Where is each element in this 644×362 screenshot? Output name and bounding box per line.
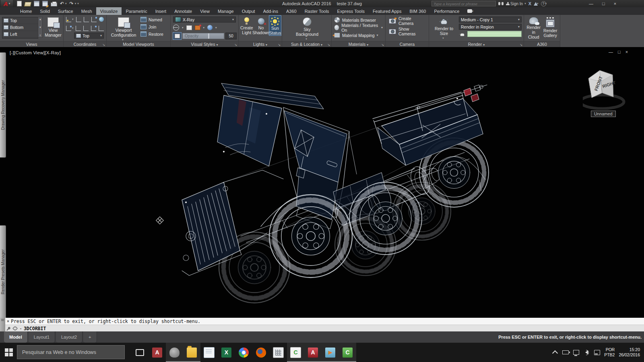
render-presets-manager-tab[interactable]: Render Presets Manager	[0, 225, 6, 318]
camera-command[interactable]: Create Camera	[386, 16, 429, 25]
ribbon-tab[interactable]: Mesh	[77, 7, 96, 15]
volume-icon[interactable]	[583, 349, 590, 356]
excel-icon[interactable]: X	[218, 343, 235, 362]
sky-background-button[interactable]: Sky Background ▾	[292, 16, 322, 41]
viewport-restore-icon[interactable]: □	[618, 49, 621, 54]
ucs-3point-icon[interactable]	[99, 26, 104, 31]
opacity-toggle-button[interactable]	[173, 33, 181, 39]
layout-tab[interactable]: Layout1	[29, 331, 55, 343]
panel-materials-label[interactable]: Materials	[349, 42, 366, 47]
panel-a360-label[interactable]: A360	[537, 42, 547, 47]
lights-button[interactable]: Sun Status	[269, 16, 281, 35]
ribbon-tab[interactable]: Home	[16, 7, 36, 15]
ribbon-tab[interactable]: Surface	[54, 7, 77, 15]
autocad-icon[interactable]: A	[304, 343, 322, 362]
panel-views-label[interactable]: Views	[26, 42, 37, 47]
hidden-icons-chevron-icon[interactable]	[552, 349, 558, 356]
opacity-slider-thumb[interactable]	[208, 33, 209, 39]
lights-button[interactable]: No Shadows	[255, 16, 268, 35]
panel-lights-label[interactable]: Lights	[253, 42, 264, 47]
edge-effects-icon[interactable]	[195, 25, 200, 30]
chrome-icon[interactable]	[235, 343, 252, 362]
gimp-icon[interactable]	[166, 343, 183, 362]
viewcube[interactable]: FRONT RIGHT	[583, 62, 628, 110]
notifications-icon[interactable]	[594, 349, 600, 356]
camtasia-icon[interactable]: C	[287, 343, 304, 362]
materials-dialog-launcher-icon[interactable]	[381, 43, 384, 47]
ucs-origin-icon[interactable]	[99, 17, 104, 22]
ribbon-tab[interactable]: Featured Apps	[369, 7, 406, 15]
lights-button[interactable]: Create Light	[240, 16, 253, 35]
panel-coordinates-label[interactable]: Coordinates	[74, 42, 97, 47]
start-button-icon[interactable]	[5, 348, 13, 356]
help-button[interactable]: ?▾	[541, 1, 547, 6]
edge-style-icon[interactable]	[186, 25, 192, 30]
viewport-label[interactable]: [-][Custom View][X-Ray]	[10, 50, 61, 55]
ribbon-tab[interactable]: Output	[238, 7, 259, 15]
truck-wireframe-model[interactable]	[0, 47, 644, 318]
materials-command[interactable]: Material Mapping ▾	[332, 31, 385, 39]
visual-style-dropdown[interactable]: X-Ray ▾	[173, 16, 236, 23]
list-expand-icon[interactable]: ≡	[39, 34, 41, 37]
battery-icon[interactable]	[562, 349, 569, 356]
ucs-rotate-icon[interactable]	[76, 26, 81, 31]
render-dialog-launcher-icon[interactable]	[520, 43, 522, 47]
notepad-icon[interactable]	[200, 343, 218, 362]
a360-button[interactable]: Render Gallery	[543, 16, 558, 39]
panel-sun-location-label[interactable]: Sun & Location	[291, 42, 320, 47]
drawing-area[interactable]: [-][Custom View][X-Ray] — □ × Drawing Re…	[0, 47, 644, 318]
app-store-icon[interactable]: ▾	[534, 2, 539, 6]
undo-dropdown-icon[interactable]: ▾	[65, 2, 67, 5]
close-button[interactable]: ×	[614, 1, 616, 6]
ribbon-tab[interactable]: Solid	[36, 7, 54, 15]
model-viewport-command[interactable]: Restore	[140, 31, 163, 37]
layout-tab[interactable]: Model	[4, 331, 28, 343]
camera-command[interactable]: Show Cameras	[386, 27, 429, 36]
redo-icon[interactable]: ↷	[70, 1, 74, 6]
ribbon-tab[interactable]: A360	[282, 7, 301, 15]
undo-icon[interactable]: ↶	[60, 1, 64, 6]
ucs-z-axis-icon[interactable]	[66, 26, 71, 31]
views-list-scrollbar[interactable]: ▲ ▼ ≡	[38, 17, 43, 38]
panel-render-label[interactable]: Render	[468, 42, 482, 47]
autocad-app-menu-button[interactable]: A ▾	[1, 0, 13, 7]
scroll-down-icon[interactable]: ▼	[39, 26, 41, 29]
save-icon[interactable]	[34, 1, 39, 6]
ucs-world-icon[interactable]	[76, 17, 81, 22]
ribbon-tab[interactable]: Express Tools	[333, 7, 369, 15]
ribbon-tab[interactable]: Annotate	[170, 7, 196, 15]
command-input-row[interactable]: - 3DCORBIT	[5, 325, 644, 332]
sun-location-dialog-launcher-icon[interactable]	[327, 43, 330, 47]
model-viewport-command[interactable]: Named	[140, 16, 163, 23]
view-manager-button[interactable]: View Manager	[43, 16, 63, 37]
view-list-item[interactable]: Top	[2, 17, 38, 24]
ucs-previous-icon[interactable]	[84, 17, 89, 22]
ribbon-tab[interactable]: View	[196, 7, 214, 15]
opacity-value[interactable]: 50	[225, 33, 237, 39]
drawing-recovery-manager-tab[interactable]: Drawing Recovery Manager	[0, 52, 6, 158]
minimize-button[interactable]: —	[589, 1, 593, 6]
ribbon-tab[interactable]: Performance	[430, 7, 463, 15]
file-explorer-icon[interactable]	[183, 343, 200, 362]
plot-icon[interactable]	[51, 2, 57, 6]
command-prompt-row[interactable]: × Press ESC or ENTER to exit, or right-c…	[5, 318, 644, 325]
ucs-view-icon[interactable]	[91, 26, 96, 31]
ribbon-tab[interactable]: Insert	[151, 7, 171, 15]
opacity-slider[interactable]: Opacity	[182, 33, 224, 39]
render-target-dropdown[interactable]: Render in Region ▾	[459, 24, 522, 30]
viewport-close-icon[interactable]: ×	[625, 49, 628, 54]
model-viewport-command[interactable]: Join	[140, 24, 163, 30]
autodesk-exchange-icon[interactable]: X	[528, 1, 531, 6]
ucs-icon[interactable]	[66, 17, 71, 22]
qat-customize-icon[interactable]: ▾	[77, 2, 79, 5]
task-view-icon[interactable]	[131, 343, 149, 362]
ribbon-display-options-icon[interactable]: ▾	[467, 7, 473, 15]
scroll-up-icon[interactable]: ▲	[39, 18, 41, 21]
calculator-icon[interactable]	[270, 343, 287, 362]
keyword-search-input[interactable]	[431, 1, 496, 6]
clock[interactable]: 15:20 26/02/2016	[619, 347, 640, 358]
ribbon-tab[interactable]: Raster Tools	[301, 7, 333, 15]
visual-styles-dialog-launcher-icon[interactable]	[234, 43, 237, 47]
named-view-badge[interactable]: Unnamed	[591, 111, 616, 117]
materials-command[interactable]: Materials / Textures On ▾	[332, 24, 385, 31]
